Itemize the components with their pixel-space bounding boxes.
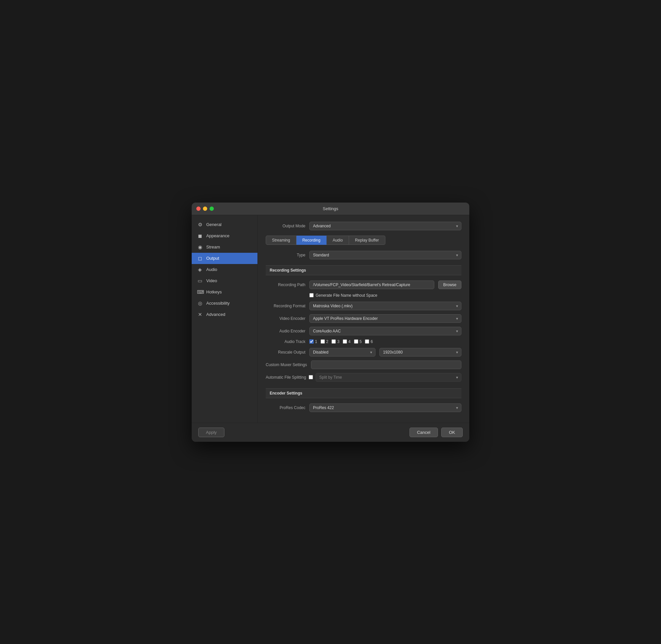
output-icon: ◻	[197, 255, 203, 261]
sidebar-item-advanced[interactable]: ✕Advanced	[192, 309, 257, 320]
browse-button[interactable]: Browse	[438, 280, 461, 289]
auto-split-select[interactable]: Split by Time Split by Size	[316, 373, 461, 382]
minimize-button[interactable]	[203, 207, 207, 211]
track-4: 4	[343, 339, 351, 344]
rescale-output-select[interactable]: Disabled Enable	[309, 348, 375, 356]
settings-window: Settings ⚙General◼Appearance◉Stream◻Outp…	[192, 203, 469, 442]
sidebar-item-stream[interactable]: ◉Stream	[192, 242, 257, 253]
close-button[interactable]	[196, 207, 201, 211]
sidebar-item-video[interactable]: ▭Video	[192, 275, 257, 286]
custom-muxer-row: Custom Muxer Settings	[266, 361, 461, 369]
sidebar-label-advanced: Advanced	[206, 312, 225, 317]
encoder-settings-header: Encoder Settings	[266, 388, 461, 398]
maximize-button[interactable]	[209, 207, 214, 211]
track-2: 2	[321, 339, 328, 344]
output-mode-label: Output Mode	[266, 224, 305, 228]
recording-format-select-wrapper: Matroska Video (.mkv) MPEG-4 (.mp4) MOV …	[309, 302, 461, 310]
track-4-label[interactable]: 4	[348, 339, 351, 344]
track-5: 5	[354, 339, 362, 344]
content-area: ⚙General◼Appearance◉Stream◻Output◈Audio▭…	[192, 215, 469, 422]
output-mode-select[interactable]: Advanced Simple	[309, 222, 461, 230]
audio-encoder-label: Audio Encoder	[266, 329, 305, 334]
track-1-label[interactable]: 1	[315, 339, 317, 344]
rescale-resolution-select[interactable]: 1920x1080 1280x720	[380, 348, 461, 356]
auto-split-label: Automatic File Splitting	[266, 375, 306, 380]
ok-button[interactable]: OK	[441, 428, 463, 437]
track-6-label[interactable]: 6	[370, 339, 373, 344]
accessibility-icon: ◎	[197, 300, 203, 306]
generate-filename-label[interactable]: Generate File Name without Space	[316, 293, 378, 298]
type-select-wrapper: Standard FFmpeg output ▼	[309, 251, 461, 259]
traffic-lights	[196, 207, 214, 211]
sidebar-label-accessibility: Accessibility	[206, 301, 230, 306]
main-panel: Output Mode Advanced Simple ▼ Streaming …	[258, 215, 469, 422]
track-6: 6	[365, 339, 373, 344]
track-1-checkbox[interactable]	[309, 339, 314, 344]
type-row: Type Standard FFmpeg output ▼	[266, 251, 461, 259]
custom-muxer-input[interactable]	[311, 361, 461, 369]
track-3: 3	[332, 339, 339, 344]
audio-icon: ◈	[197, 267, 203, 273]
tab-audio[interactable]: Audio	[326, 236, 349, 245]
track-1: 1	[309, 339, 317, 344]
appearance-icon: ◼	[197, 233, 203, 239]
video-encoder-select[interactable]: Apple VT ProRes Hardware Encoder x264	[309, 314, 461, 323]
audio-track-row: Audio Track 1 2 3	[266, 339, 461, 344]
auto-split-select-wrapper: Split by Time Split by Size ▼	[316, 373, 461, 382]
output-mode-select-wrapper: Advanced Simple ▼	[309, 222, 461, 230]
track-4-checkbox[interactable]	[343, 339, 347, 344]
sidebar-item-appearance[interactable]: ◼Appearance	[192, 230, 257, 242]
prores-codec-select[interactable]: ProRes 422 ProRes 422 HQ ProRes 422 LT P…	[309, 404, 461, 412]
cancel-button[interactable]: Cancel	[410, 428, 438, 437]
rescale-output-label: Rescale Output	[266, 350, 305, 354]
stream-icon: ◉	[197, 244, 203, 250]
video-encoder-row: Video Encoder Apple VT ProRes Hardware E…	[266, 314, 461, 323]
track-3-label[interactable]: 3	[337, 339, 339, 344]
recording-path-input[interactable]	[309, 280, 434, 289]
track-5-checkbox[interactable]	[354, 339, 358, 344]
advanced-icon: ✕	[197, 312, 203, 318]
audio-encoder-select[interactable]: CoreAudio AAC FFmpeg AAC	[309, 327, 461, 336]
tab-replay-buffer[interactable]: Replay Buffer	[349, 236, 385, 245]
sidebar-label-audio: Audio	[206, 267, 217, 272]
type-label: Type	[266, 253, 305, 257]
track-2-label[interactable]: 2	[326, 339, 328, 344]
track-5-label[interactable]: 5	[360, 339, 362, 344]
auto-split-checkbox[interactable]	[309, 375, 313, 379]
recording-path-row: Recording Path Browse	[266, 280, 461, 289]
hotkeys-icon: ⌨	[197, 289, 203, 295]
sidebar-label-output: Output	[206, 256, 219, 261]
tab-recording[interactable]: Recording	[296, 236, 327, 245]
recording-format-row: Recording Format Matroska Video (.mkv) M…	[266, 302, 461, 310]
track-2-checkbox[interactable]	[321, 339, 325, 344]
sidebar-item-output[interactable]: ◻Output	[192, 253, 257, 264]
sidebar-item-accessibility[interactable]: ◎Accessibility	[192, 298, 257, 309]
sidebar-item-general[interactable]: ⚙General	[192, 219, 257, 230]
sidebar: ⚙General◼Appearance◉Stream◻Output◈Audio▭…	[192, 215, 258, 422]
generate-filename-checkbox[interactable]	[309, 293, 314, 297]
apply-button[interactable]: Apply	[198, 428, 224, 437]
sidebar-label-stream: Stream	[206, 245, 220, 250]
sidebar-label-hotkeys: Hotkeys	[206, 290, 222, 294]
footer: Apply Cancel OK	[192, 422, 469, 442]
tabs: Streaming Recording Audio Replay Buffer	[266, 236, 461, 245]
rescale-output-select-wrapper: Disabled Enable ▼	[309, 348, 375, 356]
track-3-checkbox[interactable]	[332, 339, 336, 344]
prores-codec-select-wrapper: ProRes 422 ProRes 422 HQ ProRes 422 LT P…	[309, 404, 461, 412]
audio-encoder-row: Audio Encoder CoreAudio AAC FFmpeg AAC ▼	[266, 327, 461, 336]
tab-streaming[interactable]: Streaming	[266, 236, 296, 245]
sidebar-item-audio[interactable]: ◈Audio	[192, 264, 257, 275]
audio-track-label: Audio Track	[266, 339, 305, 344]
recording-path-label: Recording Path	[266, 282, 305, 287]
auto-split-row: Automatic File Splitting Split by Time S…	[266, 373, 461, 382]
sidebar-label-appearance: Appearance	[206, 233, 229, 238]
output-mode-row: Output Mode Advanced Simple ▼	[266, 222, 461, 230]
footer-right-buttons: Cancel OK	[410, 428, 463, 437]
type-select[interactable]: Standard FFmpeg output	[309, 251, 461, 259]
recording-settings-header: Recording Settings	[266, 265, 461, 275]
video-encoder-label: Video Encoder	[266, 316, 305, 321]
sidebar-item-hotkeys[interactable]: ⌨Hotkeys	[192, 286, 257, 298]
recording-format-select[interactable]: Matroska Video (.mkv) MPEG-4 (.mp4) MOV …	[309, 302, 461, 310]
track-6-checkbox[interactable]	[365, 339, 369, 344]
recording-format-label: Recording Format	[266, 304, 305, 308]
